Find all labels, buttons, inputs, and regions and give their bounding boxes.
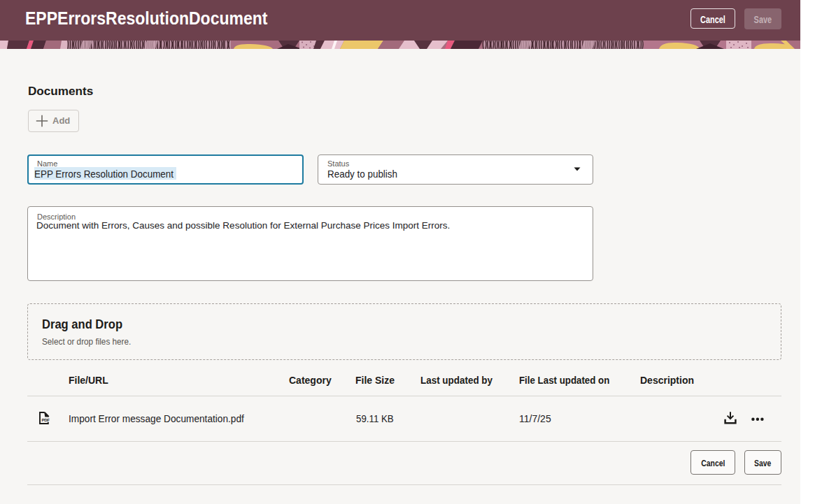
svg-text:PDF: PDF [42, 418, 50, 422]
